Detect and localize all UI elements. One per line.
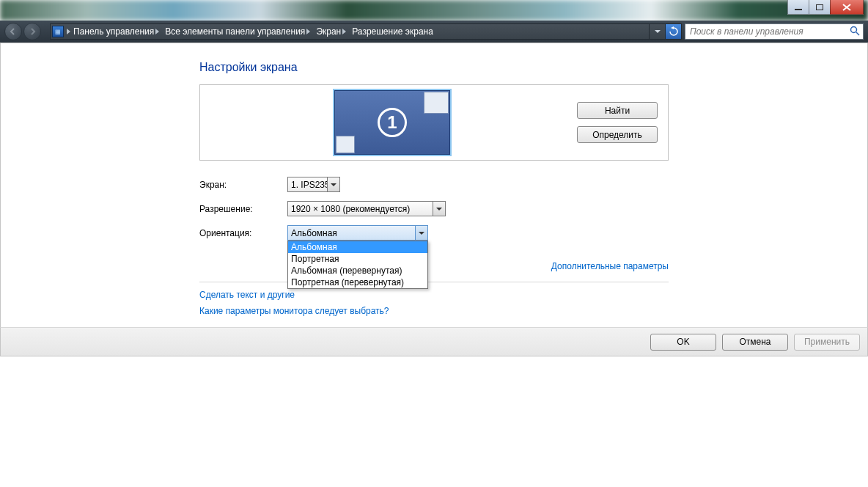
breadcrumb-screen-resolution[interactable]: Разрешение экрана (349, 26, 436, 37)
chevron-down-icon (415, 226, 427, 240)
breadcrumb-all-items[interactable]: Все элементы панели управления (162, 26, 313, 37)
orientation-option-landscape-flipped[interactable]: Альбомная (перевернутая) (288, 265, 427, 277)
breadcrumb-separator-icon (342, 29, 346, 34)
breadcrumb-separator-icon (67, 29, 70, 34)
resolution-label: Разрешение: (199, 204, 287, 214)
refresh-button[interactable] (665, 24, 681, 39)
detect-displays-button[interactable]: Найти (577, 102, 658, 119)
display-number-badge: 1 (378, 108, 407, 137)
display-preview-box: 1 Найти Определить (199, 84, 669, 161)
identify-displays-button[interactable]: Определить (577, 126, 658, 143)
address-bar[interactable]: ▦ Панель управления Все элементы панели … (50, 23, 682, 40)
close-button[interactable] (830, 0, 864, 15)
breadcrumb-label: Экран (316, 26, 341, 37)
explorer-toolbar: ▦ Панель управления Все элементы панели … (0, 21, 868, 43)
orientation-select-value: Альбомная (291, 228, 337, 238)
orientation-select[interactable]: Альбомная (287, 225, 428, 241)
breadcrumb-label: Панель управления (73, 26, 154, 37)
window-caption-buttons (788, 0, 864, 15)
orientation-label: Ориентация: (199, 228, 287, 238)
display-label: Экран: (199, 180, 287, 190)
page-title: Настройки экрана (199, 61, 669, 74)
search-icon (850, 26, 860, 38)
resolution-select-value: 1920 × 1080 (рекомендуется) (291, 204, 410, 214)
breadcrumb-control-panel[interactable]: Панель управления (70, 26, 162, 37)
display-select[interactable]: 1. IPS235 (287, 177, 340, 192)
preview-window-decoration (424, 92, 449, 114)
breadcrumb-label: Разрешение экрана (352, 26, 433, 37)
dialog-button-bar: OK Отмена Применить (0, 327, 868, 356)
svg-rect-0 (795, 9, 802, 10)
orientation-option-portrait-flipped[interactable]: Портретная (перевернутая) (288, 277, 427, 288)
svg-rect-1 (816, 4, 823, 10)
breadcrumb-separator-icon (306, 29, 310, 34)
text-scaling-link[interactable]: Сделать текст и другие (199, 290, 669, 300)
preview-window-decoration (336, 136, 355, 153)
breadcrumb-label: Все элементы панели управления (165, 26, 305, 37)
maximize-button[interactable] (809, 0, 831, 15)
svg-point-2 (851, 26, 857, 32)
display-select-value: 1. IPS235 (291, 180, 330, 190)
advanced-settings-link[interactable]: Дополнительные параметры (551, 261, 669, 271)
chevron-down-icon (433, 202, 445, 216)
monitor-preview[interactable]: 1 (333, 89, 452, 156)
orientation-option-portrait[interactable]: Портретная (288, 253, 427, 265)
content-pane: Настройки экрана 1 Найти Определить Экра… (0, 43, 868, 327)
breadcrumb-display[interactable]: Экран (313, 26, 349, 37)
orientation-option-landscape[interactable]: Альбомная (288, 241, 427, 253)
resolution-select[interactable]: 1920 × 1080 (рекомендуется) (287, 201, 446, 216)
minimize-button[interactable] (787, 0, 809, 15)
search-input[interactable] (688, 26, 850, 37)
cancel-button[interactable]: Отмена (722, 334, 788, 351)
orientation-dropdown-list: Альбомная Портретная Альбомная (переверн… (287, 241, 428, 289)
search-box[interactable] (685, 23, 864, 40)
svg-line-3 (856, 32, 859, 35)
address-bar-history-dropdown[interactable] (649, 24, 665, 39)
desktop-background-strip (0, 0, 868, 21)
nav-forward-button[interactable] (23, 23, 41, 40)
control-panel-icon: ▦ (52, 26, 64, 37)
chevron-down-icon (327, 177, 339, 191)
nav-back-button[interactable] (4, 23, 22, 40)
apply-button: Применить (794, 334, 860, 351)
ok-button[interactable]: OK (650, 334, 716, 351)
which-settings-help-link[interactable]: Какие параметры монитора следует выбрать… (199, 306, 669, 316)
breadcrumb-separator-icon (155, 29, 159, 34)
